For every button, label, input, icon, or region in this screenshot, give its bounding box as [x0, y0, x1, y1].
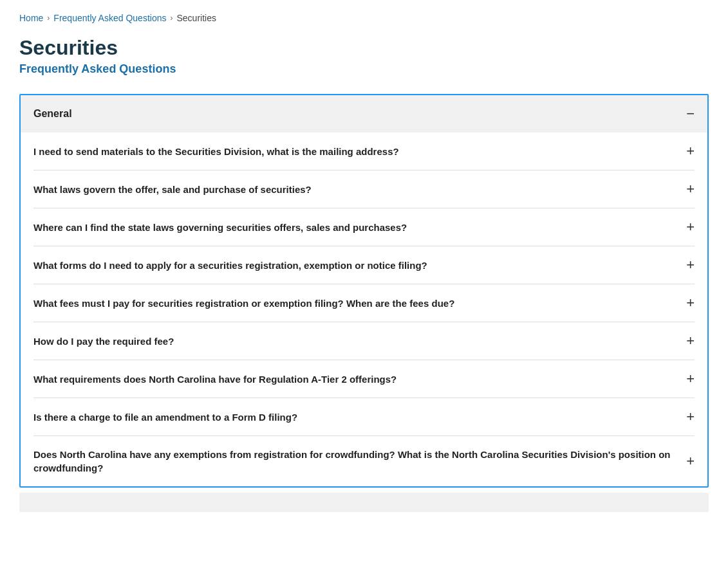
faq-list: I need to send materials to the Securiti… — [21, 133, 707, 486]
breadcrumb: Home › Frequently Asked Questions › Secu… — [19, 13, 709, 23]
faq-toggle-9: + — [686, 454, 695, 468]
page-title: Securities — [19, 36, 709, 60]
faq-toggle-7: + — [686, 372, 695, 386]
faq-question-8: Is there a charge to file an amendment t… — [33, 410, 686, 424]
faq-item-5[interactable]: What fees must I pay for securities regi… — [33, 284, 695, 322]
section-general-toggle-icon: − — [686, 107, 695, 121]
faq-toggle-6: + — [686, 334, 695, 348]
faq-item-8[interactable]: Is there a charge to file an amendment t… — [33, 398, 695, 436]
faq-question-7: What requirements does North Carolina ha… — [33, 372, 686, 386]
next-section-collapsed — [19, 493, 709, 512]
faq-question-3: Where can I find the state laws governin… — [33, 221, 686, 234]
faq-toggle-4: + — [686, 258, 695, 272]
breadcrumb-current: Securities — [176, 13, 216, 23]
faq-question-2: What laws govern the offer, sale and pur… — [33, 183, 686, 196]
faq-question-5: What fees must I pay for securities regi… — [33, 297, 686, 310]
faq-item-3[interactable]: Where can I find the state laws governin… — [33, 208, 695, 246]
breadcrumb-sep-2: › — [170, 14, 173, 23]
faq-toggle-3: + — [686, 220, 695, 234]
breadcrumb-home[interactable]: Home — [19, 13, 43, 23]
faq-question-9: Does North Carolina have any exemptions … — [33, 448, 686, 475]
faq-item-7[interactable]: What requirements does North Carolina ha… — [33, 360, 695, 398]
faq-item-6[interactable]: How do I pay the required fee? + — [33, 322, 695, 360]
faq-item-4[interactable]: What forms do I need to apply for a secu… — [33, 246, 695, 284]
faq-toggle-5: + — [686, 296, 695, 310]
faq-item-9[interactable]: Does North Carolina have any exemptions … — [33, 436, 695, 486]
faq-item-1[interactable]: I need to send materials to the Securiti… — [33, 133, 695, 170]
faq-question-6: How do I pay the required fee? — [33, 334, 686, 348]
faq-toggle-1: + — [686, 144, 695, 158]
breadcrumb-sep-1: › — [47, 14, 50, 23]
section-general: General − I need to send materials to th… — [19, 94, 709, 488]
section-general-label: General — [33, 108, 72, 120]
faq-item-2[interactable]: What laws govern the offer, sale and pur… — [33, 170, 695, 208]
faq-toggle-2: + — [686, 182, 695, 196]
section-general-header[interactable]: General − — [21, 95, 707, 133]
faq-question-4: What forms do I need to apply for a secu… — [33, 259, 686, 272]
page-subtitle: Frequently Asked Questions — [19, 62, 709, 76]
faq-toggle-8: + — [686, 410, 695, 424]
faq-question-1: I need to send materials to the Securiti… — [33, 145, 686, 158]
breadcrumb-faq[interactable]: Frequently Asked Questions — [53, 13, 166, 23]
